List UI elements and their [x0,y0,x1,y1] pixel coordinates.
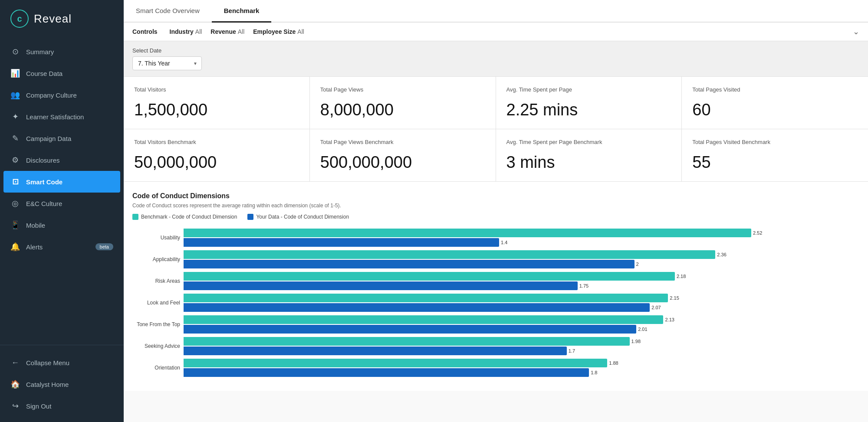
bar-benchmark-fill-6 [184,359,607,367]
sidebar-item-disclosures[interactable]: ⚙ Disclosures [0,149,124,171]
stat-cell-stats-row1-2: Avg. Time Spent per Page 2.25 mins [496,77,682,129]
legend-color-your-data [247,214,253,220]
bar-row-0: Usability 2.52 1.4 [132,229,859,247]
bar-row-1: Applicability 2.36 2 [132,250,859,268]
stat-cell-stats-row1-0: Total Visitors 1,500,000 [124,77,310,129]
stat-label: Total Page Views Benchmark [320,139,485,145]
revenue-filter[interactable]: Revenue All [210,28,244,35]
nav-label-company-culture: Company Culture [26,92,77,99]
bar-benchmark-val-6: 1.88 [609,360,618,366]
stat-value: 8,000,000 [320,101,485,119]
bar-benchmark-outer-6: 1.88 [184,359,859,367]
stat-cell-stats-row1-1: Total Page Views 8,000,000 [310,77,496,129]
controls-chevron-icon[interactable]: ⌄ [853,27,859,36]
stat-value: 50,000,000 [134,153,299,172]
revenue-val: All [238,28,245,35]
nav-label-summary: Summary [26,48,54,56]
bar-label-1: Applicability [132,256,180,262]
legend-item-your-data: Your Data - Code of Conduct Dimension [247,214,349,220]
bar-benchmark-outer-0: 2.52 [184,229,859,237]
bar-label-0: Usability [132,235,180,241]
bar-yourdata-val-0: 1.4 [501,240,507,245]
tab-benchmark[interactable]: Benchmark [212,0,272,23]
bottom-nav-icon-catalyst-home: 🏠 [10,379,20,389]
bottom-nav-icon-collapse: ← [10,358,20,367]
stat-value: 1,500,000 [134,101,299,119]
bar-label-5: Seeking Advice [132,343,180,349]
bar-benchmark-outer-1: 2.36 [184,250,859,259]
bars-group-1: 2.36 2 [184,250,859,268]
controls-label: Controls [132,28,158,35]
bar-yourdata-fill-3 [184,303,650,312]
date-select-input[interactable]: 1. Last 7 Days2. Last 30 Days3. Last 90 … [132,56,202,70]
stat-cell-stats-row1-3: Total Pages Visited 60 [682,77,868,129]
bars-group-2: 2.18 1.75 [184,272,859,290]
bar-benchmark-fill-2 [184,272,675,281]
stat-value: 2.25 mins [506,101,671,119]
stats-row-1: Total Visitors 1,500,000Total Page Views… [124,77,868,129]
bar-benchmark-outer-3: 2.15 [184,294,859,302]
legend-label-benchmark: Benchmark - Code of Conduct Dimension [141,214,237,220]
nav-icon-disclosures: ⚙ [10,155,20,165]
nav-icon-mobile: 📱 [10,220,20,230]
date-select-wrapper: 1. Last 7 Days2. Last 30 Days3. Last 90 … [132,56,202,70]
employee-size-filter[interactable]: Employee Size All [253,28,304,35]
sidebar-item-smart-code[interactable]: ⊡ Smart Code [3,171,120,193]
bar-yourdata-fill-4 [184,325,636,334]
nav-label-course-data: Course Data [26,70,62,77]
nav-label-smart-code: Smart Code [26,178,62,186]
industry-filter[interactable]: Industry All [170,28,202,35]
controls-bar: Controls Industry All Revenue All Employ… [124,23,868,41]
chart-title: Code of Conduct Dimensions [132,192,859,200]
bar-yourdata-outer-5: 1.7 [184,347,859,355]
sidebar-bottom-item-collapse[interactable]: ← Collapse Menu [0,352,124,373]
bar-benchmark-outer-4: 2.13 [184,315,859,324]
app-logo: c Reveal [0,0,124,37]
sidebar-item-summary[interactable]: ⊙ Summary [0,41,124,62]
sidebar-bottom-item-sign-out[interactable]: ↪ Sign Out [0,395,124,417]
nav-icon-alerts: 🔔 [10,242,20,252]
bar-row-2: Risk Areas 2.18 1.75 [132,272,859,290]
sidebar-item-ec-culture[interactable]: ◎ E&C Culture [0,193,124,214]
bar-row-3: Look and Feel 2.15 2.07 [132,294,859,312]
bar-label-6: Orientation [132,365,180,371]
bars-group-4: 2.13 2.01 [184,315,859,334]
nav-label-learner-satisfaction: Learner Satisfaction [26,113,84,121]
sidebar-bottom: ← Collapse Menu🏠 Catalyst Home↪ Sign Out [0,345,124,422]
main-content: Smart Code OverviewBenchmark Controls In… [124,0,868,422]
stat-label: Avg. Time Spent per Page [506,86,671,93]
logo-text: Reveal [34,12,72,26]
legend-label-your-data: Your Data - Code of Conduct Dimension [256,214,349,220]
industry-key: Industry [170,28,194,35]
sidebar-item-learner-satisfaction[interactable]: ✦ Learner Satisfaction [0,106,124,128]
header-tabs: Smart Code OverviewBenchmark [124,0,868,23]
bar-yourdata-val-4: 2.01 [638,327,647,332]
bar-yourdata-fill-6 [184,368,589,377]
bar-yourdata-val-1: 2 [636,262,639,267]
bar-label-4: Tone From the Top [132,321,180,327]
sidebar-item-course-data[interactable]: 📊 Course Data [0,62,124,84]
employee-size-key: Employee Size [253,28,296,35]
sidebar-item-mobile[interactable]: 📱 Mobile [0,214,124,236]
stat-label: Total Pages Visited Benchmark [692,139,858,145]
sidebar-bottom-item-catalyst-home[interactable]: 🏠 Catalyst Home [0,373,124,395]
legend-color-benchmark [132,214,138,220]
tab-smart-code-overview[interactable]: Smart Code Overview [124,0,212,23]
bar-row-5: Seeking Advice 1.98 1.7 [132,337,859,355]
bar-yourdata-fill-2 [184,281,578,290]
sidebar: c Reveal ⊙ Summary 📊 Course Data 👥 Compa… [0,0,124,422]
bar-benchmark-fill-1 [184,250,715,259]
legend-item-benchmark: Benchmark - Code of Conduct Dimension [132,214,237,220]
sidebar-item-alerts[interactable]: 🔔 Alerts beta [0,236,124,258]
nav-icon-learner-satisfaction: ✦ [10,112,20,121]
sidebar-item-campaign-data[interactable]: ✎ Campaign Data [0,128,124,149]
bar-yourdata-outer-6: 1.8 [184,368,859,377]
industry-val: All [195,28,202,35]
bar-benchmark-fill-5 [184,337,630,346]
stats-row-2: Total Visitors Benchmark 50,000,000Total… [124,129,868,182]
stat-label: Avg. Time Spent per Page Benchmark [506,139,671,145]
bar-yourdata-val-6: 1.8 [591,370,597,375]
nav-icon-summary: ⊙ [10,47,20,56]
bars-group-6: 1.88 1.8 [184,359,859,377]
sidebar-item-company-culture[interactable]: 👥 Company Culture [0,84,124,106]
